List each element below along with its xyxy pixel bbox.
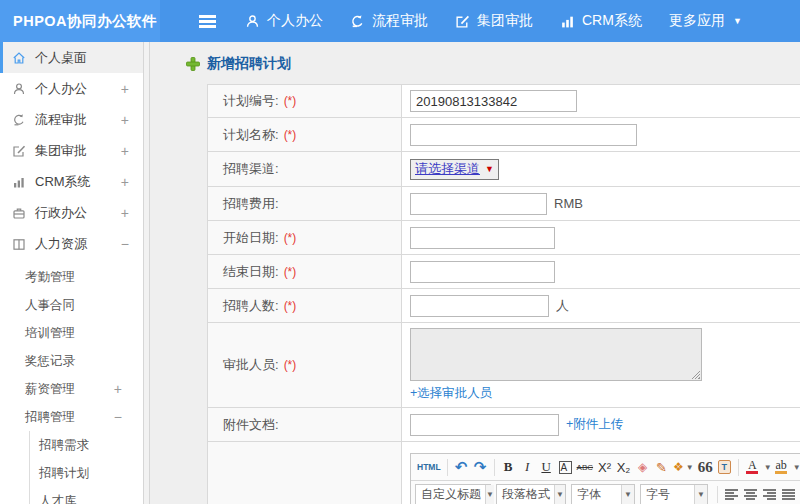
sidebar-subitem-recruit-plan[interactable]: 招聘计划 [30, 459, 143, 487]
approvers-textarea[interactable] [410, 328, 702, 381]
sidebar-item-workflow-approval[interactable]: 流程审批 + [0, 104, 143, 135]
sidebar-item-label: 流程审批 [35, 111, 121, 129]
bar-chart-icon [560, 14, 575, 29]
sidebar-item-label: 行政办公 [35, 204, 121, 222]
topnav-more-apps[interactable]: 更多应用 ▼ [669, 12, 742, 30]
sidebar-subitem-recruitment[interactable]: 招聘管理 − [0, 403, 143, 431]
font-color-button[interactable]: A [743, 457, 762, 478]
color-bar [775, 471, 787, 474]
sidebar-subitem-talent-pool[interactable]: 人才库 [30, 487, 143, 504]
page-header: 新增招聘计划 [186, 55, 800, 73]
channel-select[interactable]: 请选择渠道 ▼ [410, 159, 499, 180]
align-left-button[interactable] [722, 484, 741, 504]
sidebar-subitem-contracts[interactable]: 人事合同 [0, 291, 143, 319]
field-label: 计划编号: (*) [208, 85, 402, 117]
bar-chart-icon [12, 175, 28, 189]
top-bar: PHPOA协同办公软件 个人办公 流程审批 集团审批 C [0, 0, 800, 42]
expand-plus-icon[interactable]: + [121, 205, 129, 221]
undo-button[interactable]: ↶ [452, 457, 471, 478]
editor-toolbar-row1: HTML ↶ ↷ B I U A ABC X² X₂ ◈ ✎ [411, 454, 800, 481]
hamburger-menu-icon[interactable] [198, 14, 218, 28]
attachment-input[interactable] [410, 414, 559, 436]
collapse-minus-icon[interactable]: − [114, 409, 143, 425]
sidebar-item-personal-office[interactable]: 个人办公 + [0, 73, 143, 104]
expand-plus-icon[interactable]: + [121, 174, 129, 190]
sidebar-item-group-approval[interactable]: 集团审批 + [0, 135, 143, 166]
fee-unit-label: RMB [554, 196, 583, 211]
custom-title-dropdown[interactable]: 自定义标题 ▼ [415, 484, 491, 504]
expand-plus-icon[interactable]: + [121, 143, 129, 159]
bold-button[interactable]: B [499, 457, 518, 478]
collapse-minus-icon[interactable]: − [121, 236, 129, 252]
field-value: RMB [402, 187, 800, 220]
chevron-down-icon: ▼ [694, 485, 707, 504]
start-date-input[interactable] [410, 227, 555, 249]
field-value: HTML ↶ ↷ B I U A ABC X² X₂ ◈ ✎ [402, 442, 800, 504]
format-brush-icon[interactable]: ✎ [652, 457, 671, 478]
field-value: 人 [402, 289, 800, 322]
topnav-workflow-approval[interactable]: 流程审批 [350, 12, 428, 30]
highlight-color-button[interactable]: ab [772, 457, 791, 478]
fee-input[interactable] [410, 193, 547, 215]
field-value: +附件上传 [402, 408, 800, 441]
required-mark: (*) [284, 231, 297, 245]
select-arrow-icon: ▼ [485, 164, 494, 174]
subscript-button[interactable]: X₂ [614, 457, 633, 478]
field-label: 开始日期: (*) [208, 221, 402, 254]
align-justify-button[interactable] [779, 484, 798, 504]
plan-no-input[interactable] [410, 90, 577, 112]
underline-button[interactable]: U [537, 457, 556, 478]
topnav-crm-system[interactable]: CRM系统 [560, 12, 642, 30]
align-center-button[interactable] [741, 484, 760, 504]
sidebar-subitem-salary[interactable]: 薪资管理 + [0, 375, 143, 403]
form-row-start-date: 开始日期: (*) [208, 221, 800, 255]
align-left-icon [725, 489, 738, 500]
italic-button[interactable]: I [518, 457, 537, 478]
sidebar-item-crm[interactable]: CRM系统 + [0, 166, 143, 197]
attachment-upload-link[interactable]: +附件上传 [566, 416, 623, 433]
field-label: 计划名称: (*) [208, 118, 402, 151]
font-border-button[interactable]: A [559, 461, 572, 474]
form-row-editor: HTML ↶ ↷ B I U A ABC X² X₂ ◈ ✎ [208, 442, 800, 504]
select-approvers-link[interactable]: +选择审批人员 [410, 385, 492, 402]
align-right-button[interactable] [760, 484, 779, 504]
end-date-input[interactable] [410, 261, 555, 283]
field-value [402, 255, 800, 288]
format-painter-icon[interactable]: ❖▼ [671, 457, 696, 478]
field-label: 附件文档: [208, 408, 402, 441]
sidebar-subitem-training[interactable]: 培训管理 [0, 319, 143, 347]
sidebar-item-admin-office[interactable]: 行政办公 + [0, 197, 143, 228]
field-value [402, 221, 800, 254]
topnav-group-approval[interactable]: 集团审批 [455, 12, 533, 30]
font-size-dropdown[interactable]: 字号 ▼ [640, 484, 708, 504]
redo-button[interactable]: ↷ [471, 457, 490, 478]
chevron-down-icon: ▼ [485, 485, 494, 504]
headcount-input[interactable] [410, 295, 549, 317]
superscript-button[interactable]: X² [595, 457, 614, 478]
topnav-label: CRM系统 [582, 12, 642, 30]
expand-plus-icon[interactable]: + [114, 381, 143, 397]
sidebar-subitem-recruit-demand[interactable]: 招聘需求 [30, 431, 143, 459]
sidebar-item-hr[interactable]: 人力资源 − [0, 228, 143, 259]
paragraph-format-dropdown[interactable]: 段落格式 ▼ [496, 484, 566, 504]
clear-format-icon[interactable]: ◈ [633, 457, 652, 478]
paste-icon[interactable]: T [718, 460, 731, 474]
sidebar-item-desktop[interactable]: 个人桌面 [0, 42, 143, 73]
toolbar-separator [717, 486, 718, 503]
expand-plus-icon[interactable]: + [121, 112, 129, 128]
sidebar-subitem-rewards[interactable]: 奖惩记录 [0, 347, 143, 375]
topnav-personal-office[interactable]: 个人办公 [245, 12, 323, 30]
add-plus-icon [186, 57, 200, 71]
blockquote-button[interactable]: 66 [696, 457, 715, 478]
topnav-label: 集团审批 [477, 12, 533, 30]
sidebar-scrollbar[interactable] [143, 42, 150, 504]
html-source-button[interactable]: HTML [415, 457, 443, 478]
field-label: 招聘渠道: [208, 152, 402, 186]
sidebar-item-label: 个人桌面 [35, 49, 129, 67]
strikethrough-button[interactable]: ABC [575, 457, 595, 478]
edit-square-icon [455, 14, 470, 29]
expand-plus-icon[interactable]: + [121, 81, 129, 97]
sidebar-subitem-attendance[interactable]: 考勤管理 [0, 263, 143, 291]
font-family-dropdown[interactable]: 字体 ▼ [571, 484, 635, 504]
plan-name-input[interactable] [410, 124, 637, 146]
